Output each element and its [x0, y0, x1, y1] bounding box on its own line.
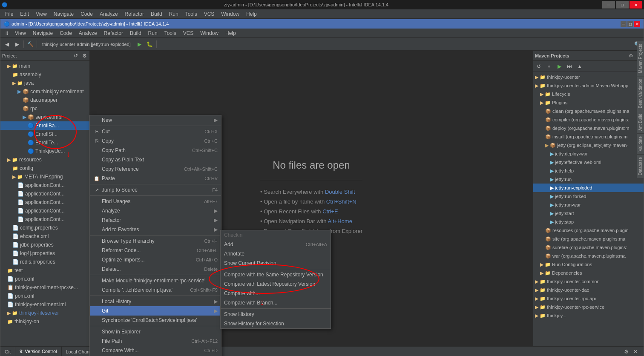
ctx-copy-path[interactable]: Copy Path Ctrl+Shift+C [90, 146, 221, 155]
side-tab-validate[interactable]: Validate [637, 133, 644, 154]
maven-run-btn[interactable]: ▶ [555, 62, 564, 71]
tree-item-enrollment-rpc[interactable]: 📋 thinkjoy-enrollment-rpc-se... [0, 283, 89, 292]
inner-menu-tools[interactable]: Tools [161, 29, 180, 37]
tree-item-config-props[interactable]: 📄 config.properties [0, 224, 89, 232]
menu-view[interactable]: View [32, 10, 50, 18]
maven-dependencies[interactable]: ▶ 📁 Dependencies [533, 269, 644, 277]
maven-lifecycle[interactable]: ▶ 📁 Lifecycle [533, 90, 644, 98]
tab-git[interactable]: Git [0, 347, 15, 356]
tree-item-service-impl[interactable]: ▶ 📦 service.impl [0, 113, 89, 121]
tree-item-appcont3[interactable]: 📄 applicationCont... [0, 198, 89, 207]
menu-vcs[interactable]: VCS [201, 10, 218, 18]
maven-goal-eff-xml[interactable]: ▶ jetty:effective-web-xml [533, 158, 644, 167]
maven-goal-run-forked[interactable]: ▶ jetty:run-forked [533, 192, 644, 201]
inner-minimize-button[interactable]: ─ [621, 21, 627, 27]
tree-item-pomxml[interactable]: 📄 pom.xml [0, 275, 89, 283]
tab-version-control[interactable]: 9: Version Control [15, 347, 61, 356]
menu-tools[interactable]: Tools [182, 10, 201, 18]
maven-plugin-clean[interactable]: 📦 clean (org.apache.maven.plugins:ma [533, 107, 644, 115]
ctx-copy-plain[interactable]: Copy as Plain Text [90, 155, 221, 164]
tree-item-ehcache[interactable]: 📄 ehcache.xml [0, 232, 89, 241]
ctx-new[interactable]: New ▶ [90, 115, 221, 125]
ctx-paste[interactable]: 📋 Paste Ctrl+V [90, 174, 221, 183]
tree-item-config[interactable]: 📁 config [0, 164, 89, 172]
back-button[interactable]: ◀ [2, 40, 12, 49]
ctx-copy[interactable]: ⎘ Copy Ctrl+C [90, 136, 221, 146]
forward-button[interactable]: ▶ [12, 40, 22, 49]
inner-menu-help[interactable]: Help [222, 29, 239, 37]
ctx-git[interactable]: Git ▶ [90, 306, 221, 316]
ctx-optimize[interactable]: Optimize Imports... Ctrl+Alt+O [90, 255, 221, 264]
tree-item-pomxml2[interactable]: 📄 pom.xml [0, 292, 89, 300]
ctx-analyze[interactable]: Analyze ▶ [90, 206, 221, 215]
maven-goal-run[interactable]: ▶ jetty:run [533, 175, 644, 184]
maven-goal-run-exploded[interactable]: ▶ jetty:run-exploded [533, 184, 644, 192]
inner-menu-code[interactable]: Code [56, 29, 75, 37]
ctx-local-history[interactable]: Local History ▶ [90, 297, 221, 306]
ctx-browse-hierarchy[interactable]: Browse Type Hierarchy Ctrl+H [90, 236, 221, 246]
tree-item-resources[interactable]: ▶ 📁 resources [0, 155, 89, 164]
menu-run[interactable]: Run [166, 10, 182, 18]
inner-menu-refactor[interactable]: Refactor [101, 29, 126, 37]
submenu-add[interactable]: Add Ctrl+Alt+A [221, 240, 331, 249]
run-button[interactable]: ▶ [135, 40, 144, 49]
maven-ucenter[interactable]: ▶ 📁 thinkjoy-ucenter [533, 73, 644, 81]
ctx-file-path[interactable]: File Path Ctrl+Alt+F12 [90, 336, 221, 346]
menu-navigate[interactable]: Navigate [50, 10, 77, 18]
tree-item-java[interactable]: ▶ 📁 java [0, 79, 89, 87]
maven-goal-help[interactable]: ▶ jetty:help [533, 167, 644, 175]
inner-maximize-button[interactable]: □ [627, 21, 633, 27]
maven-goal-run-war[interactable]: ▶ jetty:run-war [533, 201, 644, 209]
sidebar-sync-btn[interactable]: ↺ [72, 52, 79, 59]
maven-settings-btn[interactable]: ⚙ [627, 52, 634, 59]
tree-item-package[interactable]: ▶ 📦 com.thinkjoy.enrollment [0, 87, 89, 96]
inner-close-button[interactable]: ✕ [634, 21, 640, 27]
tree-item-dao[interactable]: 📦 dao.mapper [0, 96, 89, 104]
tree-item-appcont2[interactable]: 📄 applicationCont... [0, 189, 89, 198]
menu-code[interactable]: Code [77, 10, 96, 18]
menu-refactor[interactable]: Refactor [121, 10, 147, 18]
run-config-dropdown[interactable]: thinkjoy-ucenter-admin [jetty:run-explod… [39, 40, 134, 49]
debug-button[interactable]: 🐛 [145, 40, 155, 49]
side-tab-ant-build[interactable]: Ant Build [637, 111, 644, 133]
ctx-find-usages[interactable]: Find Usages Alt+F7 [90, 197, 221, 206]
maven-skip-btn[interactable]: ⏭ [565, 62, 574, 71]
close-button[interactable]: ✕ [630, 1, 642, 9]
maven-plugin-surefire[interactable]: 📦 surefire (org.apache.maven.plugins: [533, 243, 644, 252]
tree-item-appcont4[interactable]: 📄 applicationCont... [0, 207, 89, 215]
submenu-show-current-revision[interactable]: Show Current Revision [221, 258, 331, 268]
submenu-compare-with[interactable]: Compare with... [221, 289, 331, 298]
submenu-compare-same[interactable]: Compare with the Same Repository Version [221, 270, 331, 279]
maven-plugin-install[interactable]: 📦 install (org.apache.maven.plugins:m [533, 132, 644, 141]
submenu-show-history[interactable]: Show History [221, 310, 331, 319]
menu-edit[interactable]: Edit [17, 10, 32, 18]
maven-plugin-deploy[interactable]: 📦 deploy (org.apache.maven.plugins:m [533, 124, 644, 132]
ctx-refactor[interactable]: Refactor ▶ [90, 215, 221, 225]
maven-goal-stop[interactable]: ▶ jetty:stop [533, 218, 644, 226]
ctx-show-explorer[interactable]: Show in Explorer [90, 327, 221, 336]
ctx-compile[interactable]: Compile '...tchServiceImpl.java' Ctrl+Sh… [90, 285, 221, 295]
ctx-delete[interactable]: Delete... Delete [90, 264, 221, 274]
tree-item-appcont1[interactable]: 📄 applicationCont... [0, 181, 89, 189]
ctx-make-module[interactable]: Make Module 'thinkjoy-enrollment-rpc-ser… [90, 276, 221, 285]
side-tab-bean-validation[interactable]: Bean Validation [637, 76, 644, 111]
maven-ucenter-common[interactable]: ▶ 📁 thinkjoy-ucenter-common [533, 277, 644, 286]
maven-goal-start[interactable]: ▶ jetty:start [533, 209, 644, 218]
submenu-show-history-selection[interactable]: Show History for Selection [221, 319, 331, 328]
tree-item-main[interactable]: ▶ 📁 main [0, 62, 89, 70]
maven-plugins[interactable]: ▶ 📁 Plugins [533, 98, 644, 107]
submenu-checkin[interactable]: Checkin [221, 230, 331, 240]
tree-item-thinkjoy-on[interactable]: 📁 thinkjoy-on [0, 317, 89, 326]
maven-ucenter-admin[interactable]: ▶ 📁 thinkjoy-ucenter-admin Maven Webapp [533, 81, 644, 90]
ctx-add-favorites[interactable]: Add to Favorites ▶ [90, 225, 221, 234]
maven-thinkjoy-other[interactable]: ▶ 📁 thinkjoy... [533, 311, 644, 320]
tree-item-enrollte[interactable]: 🔵 EnrollTe... [0, 138, 89, 147]
tree-item-assembly[interactable]: 📁 assembly [0, 70, 89, 79]
side-tab-database[interactable]: Database [637, 154, 644, 178]
tree-item-test[interactable]: 📁 test [0, 266, 89, 275]
inner-menu-run[interactable]: Run [145, 29, 161, 37]
maven-add-btn[interactable]: + [544, 62, 554, 71]
maven-plugin-site[interactable]: 📦 site (org.apache.maven.plugins:ma [533, 235, 644, 243]
maven-ucenter-rpc-api[interactable]: ▶ 📁 thinkjoy-ucenter-rpc-api [533, 294, 644, 303]
maven-plugin-jetty[interactable]: ▶ 📦 jetty (org.eclipse.jetty:jetty-maven… [533, 141, 644, 149]
